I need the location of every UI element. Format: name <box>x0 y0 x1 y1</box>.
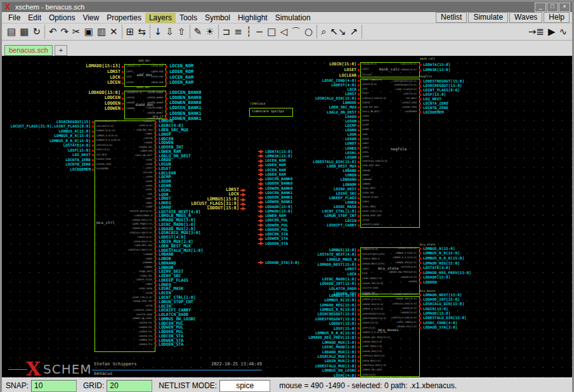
net-label[interactable]: LOCNTB_ZERO <box>423 106 448 110</box>
net-label[interactable]: LODEN_ROM <box>169 70 193 74</box>
zoom-full-icon[interactable]: ↖↘ <box>329 25 348 38</box>
pin[interactable] <box>155 336 157 337</box>
pin[interactable] <box>166 98 167 100</box>
pin[interactable] <box>358 134 360 136</box>
pin[interactable] <box>358 121 360 122</box>
net-label[interactable]: LODOEN_BANK0 <box>265 181 292 185</box>
pin[interactable] <box>419 252 421 254</box>
pin[interactable] <box>358 197 360 199</box>
net-label[interactable]: LOMBUS_R_R_R[15:0] <box>217 331 356 335</box>
pin[interactable] <box>419 248 421 250</box>
pin[interactable] <box>419 262 421 264</box>
pin[interactable] <box>358 332 360 334</box>
pin[interactable] <box>166 93 167 95</box>
net-label[interactable]: LOMBUS_R_R_R[15:0] <box>423 256 464 260</box>
net-label[interactable]: LOMASK[15:0] <box>265 154 292 158</box>
pin[interactable] <box>419 98 421 100</box>
pin[interactable] <box>155 219 157 221</box>
pin[interactable] <box>155 331 157 333</box>
pin[interactable] <box>419 299 421 301</box>
net-label[interactable]: LODWEN_BANK1 <box>265 200 292 204</box>
net-label[interactable]: LOSP[15:0] <box>423 93 446 96</box>
pin[interactable] <box>155 245 157 247</box>
net-label[interactable]: LOCEN_ROM <box>169 64 193 69</box>
pin[interactable] <box>419 277 421 278</box>
net-label[interactable]: LOMADD[15:0] <box>423 311 450 315</box>
net-label[interactable]: LOINC_MADD[1:0] <box>217 345 356 349</box>
pin[interactable] <box>358 215 360 217</box>
pin[interactable] <box>358 360 360 362</box>
pin[interactable] <box>155 155 157 157</box>
pin[interactable] <box>155 263 157 265</box>
zoom-in-icon[interactable]: ↗ <box>348 25 360 38</box>
net-label[interactable]: LODCEN_BANK1 <box>169 106 202 110</box>
schematic-canvas[interactable]: add_decadd_decLOMADD[15:13]LOMADD[2:0]LO… <box>2 56 572 377</box>
paste-icon[interactable]: ▥ <box>95 25 108 38</box>
pin[interactable] <box>155 215 157 217</box>
net-label[interactable]: LOCMP <box>217 124 356 127</box>
pin[interactable] <box>358 202 360 204</box>
netlist-export-icon[interactable]: →≣ <box>526 25 546 38</box>
menu-simulation[interactable]: Simulation <box>271 13 315 23</box>
menu-tools[interactable]: Tools <box>176 13 201 23</box>
menu-view[interactable]: View <box>79 13 103 23</box>
pin[interactable] <box>155 151 157 153</box>
minimize-button[interactable]: _ <box>535 3 546 12</box>
pin[interactable] <box>155 254 157 256</box>
pin[interactable] <box>155 314 157 316</box>
redo-icon[interactable]: ↷ <box>59 25 71 38</box>
net-label[interactable]: LOCLEAR <box>217 74 356 78</box>
pin[interactable] <box>358 219 360 221</box>
pin[interactable] <box>358 75 360 77</box>
netlist-mode-input[interactable]: spice <box>219 380 270 392</box>
menu-button-netlist[interactable]: Netlist <box>436 12 467 23</box>
pin[interactable] <box>155 138 157 140</box>
pin[interactable] <box>155 284 157 286</box>
zoom-box-icon[interactable]: ⌕ <box>319 25 328 38</box>
net-label[interactable]: LOBAND <box>217 169 356 173</box>
pin[interactable] <box>419 94 421 96</box>
net-label[interactable]: LODOEN_PUL <box>265 228 288 232</box>
snap-input[interactable]: 10 <box>31 380 77 392</box>
pin[interactable] <box>155 301 157 303</box>
pin[interactable] <box>155 181 157 183</box>
net-label[interactable]: LODCEN_BANK0 <box>169 91 202 95</box>
pin[interactable] <box>358 143 360 145</box>
net-label[interactable]: LOSRCALU_DIN[15:0] <box>423 302 464 306</box>
pin[interactable] <box>358 225 360 226</box>
net-label[interactable]: LODCEN_BANK0 <box>265 177 292 181</box>
net-label[interactable]: LOSUB <box>217 119 356 123</box>
net-label[interactable]: LOEN_DEST_MUX <box>217 164 356 168</box>
pin[interactable] <box>155 323 157 325</box>
pin[interactable] <box>155 159 157 161</box>
draw-rect-icon[interactable]: □ <box>265 25 278 38</box>
pin[interactable] <box>155 258 157 260</box>
net-label[interactable]: LOMBUS_R_R[15:0] <box>423 251 460 255</box>
net-label[interactable]: LODOEN_STA <box>159 343 183 347</box>
descend-symbol-icon[interactable]: ⇩ <box>164 25 176 38</box>
menu-properties[interactable]: Properties <box>103 13 145 23</box>
pin[interactable] <box>358 125 360 127</box>
pin[interactable] <box>358 206 360 208</box>
net-label[interactable]: LOMADD_REG_PREV[15:0] <box>423 271 471 275</box>
pin[interactable] <box>358 193 360 195</box>
pin[interactable] <box>358 179 360 181</box>
pin[interactable] <box>155 211 157 213</box>
edit-symbol-icon[interactable]: ⊐ <box>221 25 233 38</box>
pin[interactable] <box>155 292 157 294</box>
pin[interactable] <box>155 344 157 346</box>
go-back-icon[interactable]: ⇧ <box>176 25 188 38</box>
net-label[interactable]: LODOEN_BANK0 <box>169 96 202 100</box>
pin[interactable] <box>419 103 421 105</box>
descend-schematic-icon[interactable]: ↓ <box>152 25 164 38</box>
netlist-format-icon[interactable]: ≡ <box>232 25 244 38</box>
net-label[interactable]: LODOEN_BANK1 <box>265 195 292 199</box>
net-label[interactable]: LODWEN_BANK0 <box>265 186 292 190</box>
net-label[interactable]: LODWEN_BANK1 <box>169 117 202 121</box>
pin[interactable] <box>419 322 421 323</box>
pin[interactable] <box>358 351 360 353</box>
net-label[interactable]: LOCEN_RAM <box>169 75 193 80</box>
pin[interactable] <box>166 108 167 110</box>
pin[interactable] <box>155 318 157 320</box>
net-label[interactable]: LOCODEMEM <box>423 110 444 114</box>
